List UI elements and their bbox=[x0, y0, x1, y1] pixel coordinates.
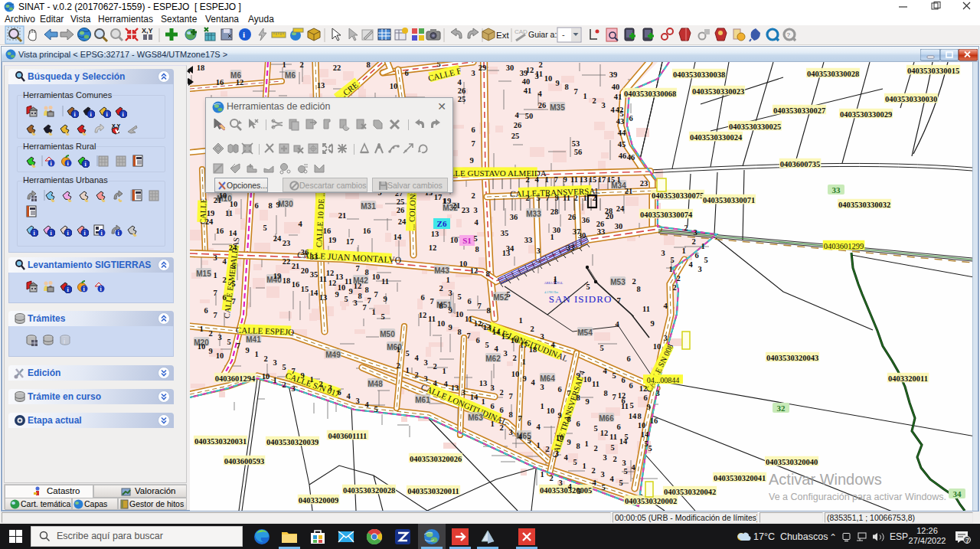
svg-text:19: 19 bbox=[443, 197, 452, 205]
svg-text:21: 21 bbox=[452, 201, 461, 210]
svg-text:3: 3 bbox=[503, 349, 507, 358]
svg-text:3: 3 bbox=[540, 332, 544, 341]
svg-text:1: 1 bbox=[521, 358, 525, 366]
svg-text:13: 13 bbox=[451, 384, 459, 392]
svg-text:2: 2 bbox=[592, 194, 596, 202]
svg-text:26: 26 bbox=[514, 121, 522, 129]
svg-text:5: 5 bbox=[457, 292, 461, 301]
svg-text:0403530330027: 0403530330027 bbox=[773, 106, 825, 115]
svg-text:36: 36 bbox=[510, 213, 518, 221]
svg-text:Ext: Ext bbox=[496, 31, 509, 40]
svg-text:11: 11 bbox=[609, 433, 617, 441]
svg-text:0403530330071: 0403530330071 bbox=[703, 196, 755, 204]
svg-text:10: 10 bbox=[459, 260, 468, 268]
svg-text:3: 3 bbox=[663, 334, 667, 342]
svg-text:5: 5 bbox=[577, 487, 580, 495]
svg-text:22: 22 bbox=[333, 64, 341, 72]
svg-text:... COLON: ... COLON bbox=[407, 194, 417, 230]
svg-text:0403601294: 0403601294 bbox=[215, 374, 256, 383]
svg-text:40: 40 bbox=[522, 77, 531, 86]
svg-text:4: 4 bbox=[550, 341, 555, 349]
svg-text:3: 3 bbox=[213, 253, 217, 262]
svg-text:8: 8 bbox=[439, 302, 443, 310]
svg-text:56: 56 bbox=[574, 148, 583, 156]
svg-text:1: 1 bbox=[199, 325, 203, 333]
svg-text:8: 8 bbox=[358, 292, 361, 300]
svg-text:11: 11 bbox=[563, 194, 570, 202]
svg-text:7: 7 bbox=[554, 175, 557, 184]
svg-text:0403530330032: 0403530330032 bbox=[838, 201, 890, 209]
svg-text:Guiar a:: Guiar a: bbox=[528, 30, 557, 39]
svg-text:4: 4 bbox=[433, 379, 437, 387]
svg-text:6: 6 bbox=[420, 293, 424, 302]
svg-text:M64: M64 bbox=[540, 374, 555, 383]
svg-text:1: 1 bbox=[553, 275, 557, 283]
svg-text:7: 7 bbox=[231, 297, 235, 306]
svg-text:16: 16 bbox=[216, 78, 224, 87]
svg-text:12: 12 bbox=[236, 78, 244, 87]
svg-text:2: 2 bbox=[676, 274, 680, 283]
svg-text:25: 25 bbox=[397, 198, 405, 206]
svg-text:14: 14 bbox=[229, 229, 237, 237]
svg-text:24: 24 bbox=[398, 217, 407, 226]
svg-text:0403601299: 0403601299 bbox=[824, 242, 864, 250]
svg-text:6: 6 bbox=[626, 355, 630, 363]
svg-text:7: 7 bbox=[213, 311, 217, 319]
svg-text:12: 12 bbox=[474, 319, 482, 328]
svg-text:2: 2 bbox=[318, 380, 322, 388]
svg-text:28: 28 bbox=[605, 207, 613, 215]
svg-text:12: 12 bbox=[419, 311, 427, 319]
svg-text:11: 11 bbox=[428, 315, 436, 323]
svg-text:6: 6 bbox=[471, 126, 475, 134]
svg-text:8: 8 bbox=[475, 245, 479, 253]
svg-text:0403530320028: 0403530320028 bbox=[343, 486, 395, 495]
svg-text:10: 10 bbox=[198, 342, 206, 351]
svg-text:4: 4 bbox=[514, 111, 519, 119]
svg-text:11: 11 bbox=[592, 380, 599, 388]
svg-text:20: 20 bbox=[301, 266, 309, 275]
svg-text:4: 4 bbox=[346, 392, 351, 400]
svg-text:0403530330038: 0403530330038 bbox=[673, 70, 725, 79]
svg-text:0403530330030: 0403530330030 bbox=[885, 95, 937, 103]
svg-text:4: 4 bbox=[610, 106, 615, 114]
svg-text:5: 5 bbox=[506, 290, 510, 299]
svg-text:9: 9 bbox=[245, 346, 249, 355]
svg-text:1: 1 bbox=[282, 62, 286, 69]
svg-text:3: 3 bbox=[473, 206, 477, 214]
svg-text:4: 4 bbox=[536, 423, 541, 431]
svg-text:8: 8 bbox=[508, 410, 512, 419]
svg-text:5: 5 bbox=[704, 256, 707, 264]
svg-text:33: 33 bbox=[597, 227, 606, 236]
svg-text:6: 6 bbox=[527, 419, 531, 427]
svg-text:53: 53 bbox=[572, 139, 580, 148]
svg-text:14: 14 bbox=[394, 233, 402, 241]
svg-text:2: 2 bbox=[691, 237, 695, 246]
svg-text:7: 7 bbox=[545, 194, 549, 202]
svg-text:2: 2 bbox=[612, 455, 616, 463]
svg-text:2: 2 bbox=[499, 423, 503, 432]
svg-text:1: 1 bbox=[490, 420, 494, 428]
svg-text:9: 9 bbox=[522, 374, 526, 383]
svg-text:4: 4 bbox=[518, 433, 522, 441]
svg-text:0403530320031: 0403530320031 bbox=[194, 437, 247, 446]
svg-text:2: 2 bbox=[545, 445, 549, 453]
svg-text:11: 11 bbox=[570, 175, 578, 184]
svg-text:10: 10 bbox=[216, 351, 224, 360]
svg-text:M62: M62 bbox=[485, 355, 501, 363]
svg-text:1: 1 bbox=[616, 175, 620, 184]
svg-text:5: 5 bbox=[573, 458, 577, 466]
svg-text:7: 7 bbox=[355, 264, 359, 273]
svg-text:M43: M43 bbox=[434, 266, 449, 275]
svg-text:7: 7 bbox=[362, 303, 366, 312]
svg-text:9: 9 bbox=[557, 411, 561, 420]
svg-text:6: 6 bbox=[490, 402, 494, 410]
svg-text:9: 9 bbox=[383, 295, 387, 303]
svg-text:6: 6 bbox=[629, 114, 632, 123]
svg-text:12: 12 bbox=[618, 391, 626, 400]
svg-text:10: 10 bbox=[262, 372, 270, 381]
svg-text:1: 1 bbox=[582, 462, 586, 470]
svg-text:S1: S1 bbox=[462, 236, 472, 245]
svg-text:3: 3 bbox=[655, 389, 659, 397]
svg-text:4: 4 bbox=[494, 345, 498, 353]
svg-text:3: 3 bbox=[423, 358, 427, 367]
